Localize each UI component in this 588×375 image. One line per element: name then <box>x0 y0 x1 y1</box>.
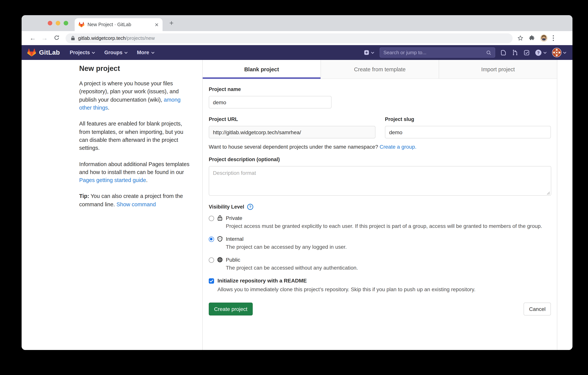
search-input[interactable]: Search or jump to... <box>380 47 495 58</box>
sidebar-paragraph-1: A project is where you house your files … <box>79 80 194 112</box>
internal-radio[interactable] <box>209 237 214 242</box>
pages-guide-link[interactable]: Pages getting started guide <box>79 177 146 183</box>
nav-projects-menu[interactable]: Projects <box>70 50 95 55</box>
svg-text:?: ? <box>537 50 539 55</box>
screenshot-stage: New Project · GitLab ✕ + ← → gitlab.widg… <box>0 0 588 375</box>
visibility-option-internal[interactable]: Internal The project can be accessed by … <box>209 236 551 251</box>
project-name-label: Project name <box>209 87 551 92</box>
gitlab-wordmark[interactable]: GitLab <box>39 49 60 56</box>
public-description: The project can be accessed without any … <box>226 264 358 272</box>
issues-icon[interactable] <box>501 49 506 55</box>
project-slug-input[interactable] <box>385 126 551 138</box>
project-description-textarea[interactable] <box>209 166 551 196</box>
project-description-label: Project description (optional) <box>209 157 551 162</box>
cancel-button[interactable]: Cancel <box>524 303 551 315</box>
user-avatar <box>552 48 561 57</box>
help-icon: ? <box>535 49 542 56</box>
private-radio[interactable] <box>209 216 214 221</box>
svg-text:?: ? <box>249 205 251 209</box>
readme-checkbox[interactable] <box>209 278 214 284</box>
merge-requests-icon[interactable] <box>512 49 518 56</box>
project-url-input[interactable] <box>209 126 376 138</box>
readme-label: Initialize repository with a README <box>218 277 475 284</box>
help-menu[interactable]: ? <box>535 49 547 56</box>
search-placeholder: Search or jump to... <box>383 50 486 55</box>
tab-import-project[interactable]: Import project <box>439 60 557 78</box>
reload-icon[interactable] <box>54 35 60 42</box>
private-label: Private <box>226 215 542 221</box>
navbar-menu: Projects Groups More <box>70 50 154 55</box>
internal-description: The project can be accessed by any logge… <box>226 243 347 251</box>
readme-option[interactable]: Initialize repository with a README Allo… <box>209 277 551 292</box>
sidebar-tip: Tip: You can also create a project from … <box>79 192 194 209</box>
close-window-button[interactable] <box>48 21 52 25</box>
visibility-help-icon[interactable]: ? <box>247 204 253 210</box>
create-project-button[interactable]: Create project <box>209 303 253 315</box>
lock-icon <box>217 215 223 230</box>
https-lock-icon[interactable] <box>71 36 75 41</box>
textarea-resize-handle[interactable] <box>547 191 550 195</box>
bookmark-star-icon[interactable] <box>517 35 524 41</box>
public-radio[interactable] <box>209 257 214 263</box>
nav-more-menu[interactable]: More <box>137 50 155 55</box>
tab-close-icon[interactable]: ✕ <box>155 22 159 27</box>
url-path: /projects/new <box>126 35 155 41</box>
browser-window: New Project · GitLab ✕ + ← → gitlab.widg… <box>21 15 572 350</box>
create-group-link[interactable]: Create a group. <box>380 144 417 150</box>
browser-tab-strip: New Project · GitLab ✕ + <box>21 15 572 31</box>
browser-menu-kebab-icon[interactable] <box>553 35 554 42</box>
nav-groups-menu[interactable]: Groups <box>104 50 128 55</box>
tab-blank-project[interactable]: Blank project <box>203 60 321 78</box>
project-url-label: Project URL <box>209 116 385 122</box>
blank-project-form: Project name Project URL Project slug Wa… <box>203 79 557 315</box>
browser-tab[interactable]: New Project · GitLab ✕ <box>75 18 163 31</box>
todos-icon[interactable] <box>524 49 530 55</box>
browser-profile-avatar[interactable] <box>540 34 548 42</box>
page-title: New project <box>79 65 194 73</box>
maximize-window-button[interactable] <box>64 21 68 25</box>
namespace-hint: Want to house several dependent projects… <box>209 144 551 150</box>
form-actions: Create project Cancel <box>209 303 551 315</box>
forward-icon[interactable]: → <box>41 35 48 41</box>
extensions-puzzle-icon[interactable] <box>528 35 535 41</box>
sidebar-paragraph-2: All features are enabled for blank proje… <box>79 120 194 153</box>
show-command-link[interactable]: Show command <box>116 201 156 207</box>
address-bar[interactable]: gitlab.widgetcorp.tech/projects/new <box>65 33 513 43</box>
project-type-tabs: Blank project Create from template Impor… <box>203 60 557 79</box>
private-description: Project access must be granted explicitl… <box>226 222 542 230</box>
search-icon <box>486 50 491 55</box>
internal-label: Internal <box>226 236 347 242</box>
new-project-panel: Blank project Create from template Impor… <box>202 60 557 350</box>
tab-create-from-template[interactable]: Create from template <box>321 60 439 78</box>
url-text: gitlab.widgetcorp.tech/projects/new <box>78 35 155 41</box>
new-menu-plus-button[interactable] <box>364 50 374 55</box>
navbar-right: Search or jump to... ? <box>364 47 567 58</box>
gitlab-logo-icon[interactable] <box>27 48 36 57</box>
minimize-window-button[interactable] <box>56 21 60 25</box>
browser-toolbar: ← → gitlab.widgetcorp.tech/projects/new <box>21 31 572 45</box>
visibility-option-private[interactable]: Private Project access must be granted e… <box>209 215 551 230</box>
browser-action-icons <box>517 34 554 42</box>
shield-icon <box>217 236 223 251</box>
globe-icon <box>217 257 223 272</box>
readme-description: Allows you to immediately clone this pro… <box>218 286 475 292</box>
url-domain: gitlab.widgetcorp.tech <box>78 35 126 41</box>
new-project-page: New project A project is where you house… <box>21 60 572 350</box>
back-icon[interactable]: ← <box>30 35 36 41</box>
tab-title: New Project · GitLab <box>87 22 152 27</box>
visibility-option-public[interactable]: Public The project can be accessed witho… <box>209 257 551 272</box>
public-label: Public <box>226 257 358 263</box>
gitlab-navbar: GitLab Projects Groups More Search or ju… <box>21 45 572 60</box>
gitlab-favicon <box>78 22 84 28</box>
sidebar-paragraph-3: Information about additional Pages templ… <box>79 160 194 185</box>
sidebar-help-text: New project A project is where you house… <box>79 65 194 217</box>
project-slug-label: Project slug <box>385 116 551 122</box>
project-name-input[interactable] <box>209 96 332 109</box>
user-menu[interactable] <box>552 48 567 57</box>
new-tab-button[interactable]: + <box>169 19 174 27</box>
visibility-level-label: Visibility Level <box>209 204 244 210</box>
